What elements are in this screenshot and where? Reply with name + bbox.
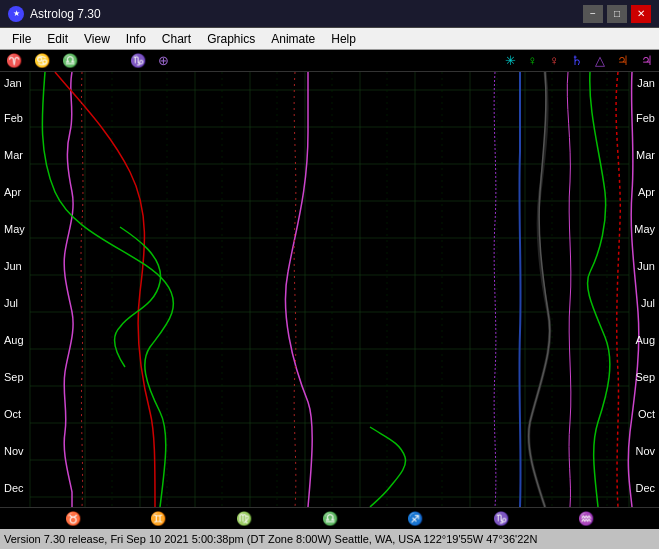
month-may-left: May bbox=[4, 223, 25, 235]
title-bar: ★ Astrolog 7.30 − □ ✕ bbox=[0, 0, 659, 28]
month-jun-left: Jun bbox=[4, 260, 22, 272]
symbol-jupiter1: ♃ bbox=[611, 53, 635, 68]
symbol-earth: ⊕ bbox=[152, 53, 239, 68]
month-feb-left: Feb bbox=[4, 112, 23, 124]
close-button[interactable]: ✕ bbox=[631, 5, 651, 23]
astrology-chart-svg bbox=[0, 72, 659, 507]
symbol-bar-top: ♈ ♋ ♎ ♑ ⊕ ✳ ♀ ♀ ♄ △ ♃ ♃ bbox=[0, 50, 659, 72]
menu-edit[interactable]: Edit bbox=[39, 30, 76, 48]
menu-view[interactable]: View bbox=[76, 30, 118, 48]
month-apr-left: Apr bbox=[4, 186, 21, 198]
month-mar-right: Mar bbox=[636, 149, 655, 161]
month-feb-right: Feb bbox=[636, 112, 655, 124]
bottom-symbol-4: ♎ bbox=[287, 511, 373, 526]
bottom-symbol-3: ♍ bbox=[201, 511, 287, 526]
chart-canvas: Jan Feb Mar Apr May Jun Jul Aug Sep Oct … bbox=[0, 72, 659, 507]
month-apr-right: Apr bbox=[638, 186, 655, 198]
month-oct-right: Oct bbox=[638, 408, 655, 420]
window-title: Astrolog 7.30 bbox=[30, 7, 101, 21]
symbol-venus2: ♀ bbox=[543, 53, 565, 68]
symbol-aries: ♈ bbox=[0, 53, 28, 68]
month-aug-right: Aug bbox=[635, 334, 655, 346]
menu-animate[interactable]: Animate bbox=[263, 30, 323, 48]
menu-graphics[interactable]: Graphics bbox=[199, 30, 263, 48]
month-jun-right: Jun bbox=[637, 260, 655, 272]
maximize-button[interactable]: □ bbox=[607, 5, 627, 23]
menu-info[interactable]: Info bbox=[118, 30, 154, 48]
month-oct-left: Oct bbox=[4, 408, 21, 420]
bottom-symbol-7: ♒ bbox=[543, 511, 629, 526]
app-icon: ★ bbox=[8, 6, 24, 22]
menu-chart[interactable]: Chart bbox=[154, 30, 199, 48]
bottom-symbol-5: ♐ bbox=[372, 511, 458, 526]
bottom-symbol-1: ♉ bbox=[30, 511, 116, 526]
bottom-symbol-2: ♊ bbox=[116, 511, 202, 526]
symbol-triangle: △ bbox=[589, 53, 611, 68]
symbol-saturn: ♄ bbox=[565, 53, 589, 68]
month-jul-left: Jul bbox=[4, 297, 18, 309]
menu-help[interactable]: Help bbox=[323, 30, 364, 48]
month-dec-left: Dec bbox=[4, 482, 24, 494]
month-dec-right: Dec bbox=[635, 482, 655, 494]
symbol-cancer: ♋ bbox=[28, 53, 56, 68]
window-controls[interactable]: − □ ✕ bbox=[583, 5, 651, 23]
symbol-libra: ♎ bbox=[56, 53, 124, 68]
month-jul-right: Jul bbox=[641, 297, 655, 309]
month-aug-left: Aug bbox=[4, 334, 24, 346]
month-jan-right: Jan bbox=[637, 77, 655, 89]
month-mar-left: Mar bbox=[4, 149, 23, 161]
month-nov-left: Nov bbox=[4, 445, 24, 457]
chart-area: ♈ ♋ ♎ ♑ ⊕ ✳ ♀ ♀ ♄ △ ♃ ♃ Jan Feb Mar Apr … bbox=[0, 50, 659, 549]
status-bar: Version 7.30 release, Fri Sep 10 2021 5:… bbox=[0, 529, 659, 549]
symbol-bar-bottom: ♉ ♊ ♍ ♎ ♐ ♑ ♒ bbox=[0, 507, 659, 529]
month-sep-left: Sep bbox=[4, 371, 24, 383]
month-nov-right: Nov bbox=[635, 445, 655, 457]
menu-bar: File Edit View Info Chart Graphics Anima… bbox=[0, 28, 659, 50]
symbol-capricorn-top: ♑ bbox=[124, 53, 152, 68]
month-sep-right: Sep bbox=[635, 371, 655, 383]
menu-file[interactable]: File bbox=[4, 30, 39, 48]
month-may-right: May bbox=[634, 223, 655, 235]
month-jan-left: Jan bbox=[4, 77, 22, 89]
status-text: Version 7.30 release, Fri Sep 10 2021 5:… bbox=[4, 533, 537, 545]
symbol-venus1: ♀ bbox=[522, 53, 544, 68]
bottom-symbol-6: ♑ bbox=[458, 511, 544, 526]
symbol-star: ✳ bbox=[499, 53, 522, 68]
symbol-jupiter2: ♃ bbox=[635, 53, 659, 68]
minimize-button[interactable]: − bbox=[583, 5, 603, 23]
